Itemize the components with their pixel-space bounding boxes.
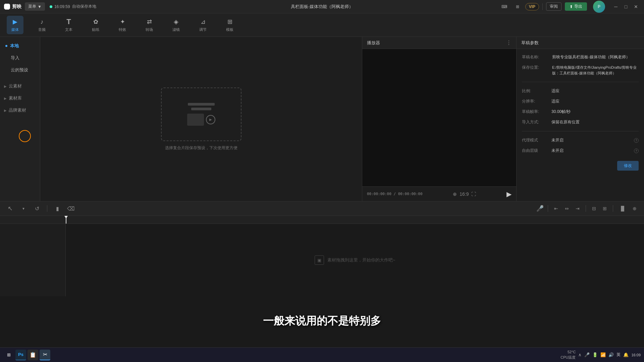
tool-audio[interactable]: ♪ 音频 bbox=[34, 16, 50, 34]
avatar: P bbox=[593, 1, 605, 13]
snap-left-btn[interactable]: ⇤ bbox=[552, 205, 560, 212]
tool-adjust-label: 调节 bbox=[199, 27, 207, 32]
lock-btn[interactable]: ⊟ bbox=[590, 205, 598, 212]
timeline-empty-content: ▣ 素材拖拽到这里，开始你的大作吧~ bbox=[315, 255, 395, 265]
select-dropdown-btn[interactable]: ▼ bbox=[19, 204, 28, 213]
tool-media[interactable]: ▶ 媒体 bbox=[7, 16, 23, 34]
aspect-ratio-btn[interactable]: 16:9 bbox=[460, 191, 469, 197]
transition-icon: ⇄ bbox=[145, 18, 153, 26]
volume-btn[interactable]: ▐▌ bbox=[617, 205, 628, 212]
preset-label: 云的预设 bbox=[11, 67, 28, 73]
left-sidebar: 本地 导入 云的预设 ▶ 云素材 ▶ 素材库 ▶ 品牌素材 bbox=[0, 37, 40, 201]
ratio-value: 适应 bbox=[551, 88, 559, 94]
proxy-help-icon[interactable]: ? bbox=[634, 138, 639, 143]
timeline-track-labels bbox=[0, 224, 66, 296]
freelayer-help-icon[interactable]: ? bbox=[634, 148, 639, 153]
text-icon: T bbox=[65, 18, 73, 26]
sidebar-item-cloud[interactable]: ▶ 云素材 bbox=[0, 80, 40, 92]
local-dot bbox=[5, 45, 7, 47]
zoom-in-btn[interactable]: ⊕ bbox=[631, 205, 639, 212]
fps-row: 草稿帧率: 30.00帧/秒 bbox=[522, 109, 639, 115]
taskbar-app-jianying[interactable]: ✂ bbox=[40, 350, 50, 360]
delete-btn[interactable]: ⌫ bbox=[66, 204, 75, 213]
sidebar-item-brand[interactable]: ▶ 品牌素材 bbox=[0, 105, 40, 116]
split-btn[interactable]: ▮ bbox=[53, 204, 62, 213]
vip-button[interactable]: VIP bbox=[525, 3, 539, 10]
media-icon: ▶ bbox=[11, 18, 19, 26]
sidebar-item-library[interactable]: ▶ 素材库 bbox=[0, 93, 40, 104]
draft-name-label: 草稿名称: bbox=[522, 54, 549, 60]
local-label: 本地 bbox=[10, 43, 19, 49]
taskbar-app-capcut[interactable]: 📋 bbox=[28, 350, 38, 360]
center-btn[interactable]: ⊞ bbox=[601, 205, 609, 212]
divider bbox=[542, 3, 543, 10]
sidebar-item-preset[interactable]: 云的预设 bbox=[1, 64, 39, 76]
taskbar-app-ps[interactable]: Ps bbox=[15, 350, 26, 360]
library-label: 素材库 bbox=[9, 95, 22, 101]
minimize-button[interactable]: ─ bbox=[612, 3, 620, 11]
modify-button[interactable]: 修改 bbox=[617, 161, 639, 171]
close-button[interactable]: ✕ bbox=[632, 3, 640, 11]
lang-button[interactable]: 英 bbox=[616, 352, 621, 358]
tool-media-label: 媒体 bbox=[11, 27, 19, 32]
media-panel: ▶ 选择复合片段保存预设，下次使用更方便 bbox=[40, 37, 362, 201]
snap-right-btn[interactable]: ⇥ bbox=[574, 205, 582, 212]
player-btn-group: ⊕ 16:9 ⛶ bbox=[453, 191, 476, 197]
tool-filter[interactable]: ◈ 滤镜 bbox=[168, 16, 184, 34]
drop-line-1 bbox=[188, 103, 215, 106]
import-type-value: 保留在原有位置 bbox=[551, 119, 580, 125]
tool-transition-label: 转场 bbox=[146, 27, 153, 32]
player-controls: 00:00:00:00 / 00:00:00:00 ⊕ 16:9 ⛶ ▶ bbox=[362, 186, 516, 201]
media-drop-zone[interactable]: ▶ bbox=[161, 87, 241, 141]
drop-line-2 bbox=[191, 108, 211, 110]
window-controls: ─ □ ✕ bbox=[612, 3, 640, 11]
player-header: 播放器 ⋮ bbox=[362, 37, 516, 49]
notify-icon[interactable]: 🔔 bbox=[623, 352, 629, 357]
autosave-label: 自动保存本地 bbox=[72, 4, 96, 9]
zoom-fit-btn[interactable]: ⊕ bbox=[453, 191, 457, 197]
draft-params-header: 草稿参数 bbox=[517, 37, 644, 49]
tool-transition[interactable]: ⇄ 转场 bbox=[141, 16, 158, 34]
mic-button[interactable]: 🎤 bbox=[536, 205, 544, 212]
maximize-button[interactable]: □ bbox=[622, 3, 630, 11]
fullscreen-btn[interactable]: ⛶ bbox=[471, 191, 476, 197]
timeline-empty-icon: ▣ bbox=[315, 255, 324, 265]
sidebar-item-import[interactable]: 导入 bbox=[1, 52, 39, 64]
timeline-tracks[interactable]: ▣ 素材拖拽到这里，开始你的大作吧~ bbox=[66, 224, 644, 296]
player-panel: 播放器 ⋮ 00:00:00:00 / 00:00:00:00 ⊕ 16:9 ⛶… bbox=[362, 37, 517, 201]
divider-2 bbox=[522, 131, 639, 131]
select-tool-btn[interactable]: ↖ bbox=[5, 204, 15, 213]
tool-effects[interactable]: ✦ 特效 bbox=[114, 16, 131, 34]
tool-sticker[interactable]: ✿ 贴纸 bbox=[87, 16, 104, 34]
layout-btn[interactable]: ⊞ bbox=[513, 3, 522, 10]
player-title: 播放器 bbox=[367, 40, 380, 46]
topbar-right: ⌨ ⊞ VIP 审阅 ⬆ 导出 P ─ □ ✕ bbox=[499, 1, 640, 13]
sidebar-item-local[interactable]: 本地 bbox=[1, 40, 39, 52]
play-button[interactable]: ▶ bbox=[506, 190, 512, 198]
export-button[interactable]: ⬆ 导出 bbox=[565, 2, 587, 11]
draft-params-content: 草稿名称: 剪映专业版具栏面板-媒体功能（阿枫老师） 保存位置: E:/剪映电脑… bbox=[517, 49, 644, 176]
start-button[interactable]: ⊞ bbox=[3, 350, 14, 360]
player-menu-btn[interactable]: ⋮ bbox=[506, 40, 512, 46]
timeline-empty-state: ▣ 素材拖拽到这里，开始你的大作吧~ bbox=[66, 224, 644, 296]
brand-label: 品牌素材 bbox=[9, 107, 26, 113]
tool-text[interactable]: T 文本 bbox=[60, 16, 77, 34]
review-button[interactable]: 审阅 bbox=[546, 2, 561, 11]
keyboard-shortcut-btn[interactable]: ⌨ bbox=[499, 3, 510, 10]
save-path-value: E:/剪映电脑版/缓存文件/JianyingProDrafts/剪映专业版：工具… bbox=[552, 65, 639, 76]
divider-1 bbox=[522, 82, 639, 82]
system-info: 52°C CPU温度 bbox=[560, 350, 576, 360]
resolution-value: 适应 bbox=[551, 99, 559, 104]
snap-both-btn[interactable]: ⇔ bbox=[563, 205, 571, 212]
tool-adjust[interactable]: ⊿ 调节 bbox=[195, 16, 211, 34]
proxy-value: 未开启 bbox=[551, 137, 564, 143]
menu-button[interactable]: 菜单 ▼ bbox=[25, 2, 45, 11]
undo-btn[interactable]: ↺ bbox=[32, 204, 42, 213]
drop-inner: ▶ bbox=[187, 114, 215, 126]
topbar: 剪映 菜单 ▼ 16:09:59 自动保存本地 具栏面板-媒体功能（阿枫老师） … bbox=[0, 0, 644, 13]
tool-templates[interactable]: ⊞ 模板 bbox=[221, 16, 238, 34]
fps-label: 草稿帧率: bbox=[522, 109, 549, 115]
fps-value: 30.00帧/秒 bbox=[551, 109, 571, 115]
chevron-up-icon[interactable]: ∧ bbox=[578, 352, 582, 357]
ratio-label: 比例: bbox=[522, 88, 549, 94]
